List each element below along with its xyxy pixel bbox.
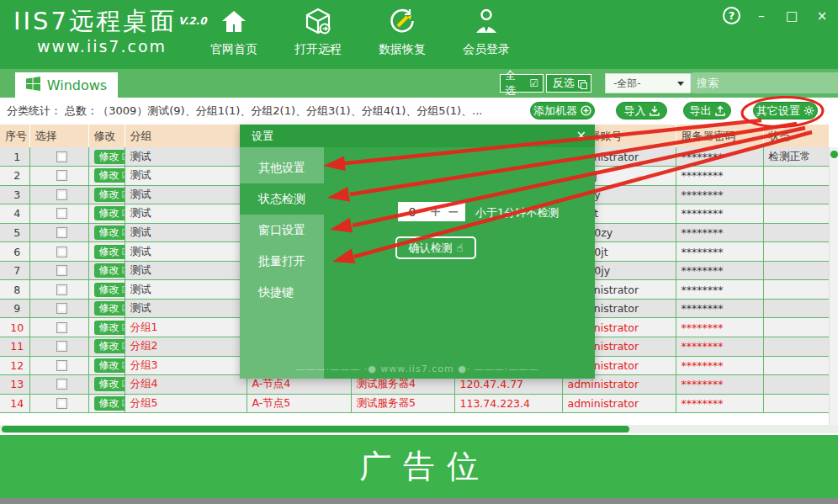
cell-row-number: 2 <box>0 167 29 186</box>
nav-label: 官网首页 <box>210 42 257 57</box>
vertical-scrollbar[interactable] <box>829 147 838 425</box>
tab-windows-label: Windows <box>47 77 107 93</box>
modify-button[interactable]: 修改☑ <box>94 168 125 183</box>
row-checkbox[interactable] <box>56 208 67 219</box>
cell-select <box>29 147 88 167</box>
modify-button[interactable]: 修改☑ <box>94 263 125 278</box>
cell-status <box>763 299 829 318</box>
tab-windows[interactable]: Windows <box>15 72 118 98</box>
nav-open-remote[interactable]: 打开远程 <box>276 5 360 57</box>
maximize-button[interactable]: □ <box>782 8 801 24</box>
help-button[interactable]: ? <box>723 7 740 24</box>
cell-modify: 修改☑ <box>88 185 125 204</box>
import-label: 导入 <box>624 103 646 119</box>
row-checkbox[interactable] <box>56 360 67 371</box>
cell-group: 测试 <box>125 261 247 280</box>
gear-icon <box>804 105 814 116</box>
modify-button[interactable]: 修改☑ <box>94 283 125 297</box>
cell-group: 分组2 <box>125 337 247 356</box>
modify-button[interactable]: 修改☑ <box>94 358 125 373</box>
modify-button[interactable]: 修改☑ <box>94 321 125 335</box>
modify-button[interactable]: 修改☑ <box>94 339 125 353</box>
row-checkbox[interactable] <box>56 303 67 314</box>
modify-button[interactable]: 修改☑ <box>94 396 125 411</box>
modify-label: 修改 <box>99 169 119 182</box>
row-checkbox[interactable] <box>56 151 67 162</box>
other-settings-label: 其它设置 <box>756 103 800 119</box>
export-label: 导出 <box>690 103 712 119</box>
cell-group: 测试 <box>125 242 247 262</box>
minimize-button[interactable]: – <box>752 8 771 24</box>
row-checkbox[interactable] <box>56 398 67 409</box>
modify-label: 修改 <box>99 378 119 390</box>
add-machine-button[interactable]: 添加机器 <box>530 102 595 119</box>
row-checkbox[interactable] <box>56 379 67 390</box>
settings-modal-titlebar: 设置 × <box>240 125 595 147</box>
cell-server-password: ******** <box>676 375 763 395</box>
other-settings-button[interactable]: 其它设置 <box>753 102 818 119</box>
row-checkbox[interactable] <box>56 284 67 295</box>
home-icon <box>219 5 249 39</box>
modify-button[interactable]: 修改☑ <box>94 225 125 240</box>
settings-menu-item-0[interactable]: 其他设置 <box>240 152 324 183</box>
import-button[interactable]: 导入 <box>616 102 667 119</box>
row-checkbox[interactable] <box>56 247 67 257</box>
row-checkbox[interactable] <box>56 322 67 333</box>
cell-row-number: 12 <box>0 356 29 375</box>
modal-watermark: ———·——— ·● www.iis7.com ●· ———·——— <box>240 363 595 374</box>
settings-modal: 设置 × 其他设置状态检测窗口设置批量打开快捷键 0 + − 小于1分钟不检测 … <box>240 125 595 379</box>
spinner-plus-button[interactable]: + <box>427 203 444 220</box>
app-window: IIS7远程桌面V.2.0 www.iis7.com 官网首页 打开远程 <box>0 0 838 504</box>
cell-server-password: ******** <box>676 299 763 318</box>
modal-close-icon[interactable]: × <box>575 128 586 143</box>
cell-row-number: 5 <box>0 223 29 242</box>
plus-circle-icon <box>581 105 591 116</box>
bottom-border <box>0 498 838 504</box>
settings-modal-title: 设置 <box>252 130 273 142</box>
horizontal-scrollbar[interactable] <box>0 425 838 433</box>
search-input[interactable] <box>685 77 838 89</box>
modify-button[interactable]: 修改☑ <box>94 377 125 391</box>
modify-button[interactable]: 修改☑ <box>94 245 125 259</box>
modify-button[interactable]: 修改☑ <box>94 301 125 316</box>
cell-server-password: ******** <box>676 261 763 280</box>
nav-member-login[interactable]: 会员登录 <box>444 5 528 57</box>
edit-check-icon: ☑ <box>122 226 125 239</box>
row-checkbox[interactable] <box>56 341 67 352</box>
horizontal-scrollbar-thumb[interactable] <box>2 426 629 432</box>
row-checkbox[interactable] <box>56 227 67 238</box>
nav-data-recovery[interactable]: 数据恢复 <box>360 5 444 57</box>
close-button[interactable]: × <box>813 8 831 24</box>
modify-button[interactable]: 修改☑ <box>94 150 125 164</box>
group-filter-select[interactable]: -全部- <box>605 73 691 93</box>
settings-menu: 其他设置状态检测窗口设置批量打开快捷键 <box>240 147 324 379</box>
select-all-button[interactable]: 全选☑ <box>500 74 544 93</box>
row-checkbox[interactable] <box>56 170 67 181</box>
export-button[interactable]: 导出 <box>683 102 731 119</box>
row-checkbox[interactable] <box>56 265 67 276</box>
confirm-detect-button[interactable]: 确认检测 ☝ <box>395 236 476 259</box>
cell-group: 分组1 <box>125 318 247 337</box>
spinner-minus-button[interactable]: − <box>444 203 462 220</box>
cell-group: 测试 <box>125 299 247 318</box>
ad-banner[interactable]: 广告位 <box>0 435 838 498</box>
interval-value: 0 <box>398 205 427 219</box>
vertical-scrollbar-thumb[interactable] <box>830 151 838 158</box>
toolbar: Windows 全选☑ 反选 -全部- <box>0 69 838 98</box>
cell-select <box>29 394 88 413</box>
row-checkbox[interactable] <box>56 189 67 200</box>
select-all-label: 全选 <box>505 68 526 98</box>
logo-url: www.iis7.com <box>37 37 207 56</box>
invert-select-button[interactable]: 反选 <box>546 74 591 93</box>
edit-check-icon: ☑ <box>122 359 125 372</box>
cell-modify: 修改☑ <box>88 280 125 300</box>
settings-menu-item-3[interactable]: 批量打开 <box>240 246 324 277</box>
settings-menu-item-2[interactable]: 窗口设置 <box>240 215 324 246</box>
modify-button[interactable]: 修改☑ <box>94 188 125 202</box>
settings-menu-item-1[interactable]: 状态检测 <box>240 183 324 215</box>
checkbox-check-icon: ☑ <box>529 77 538 89</box>
settings-menu-item-4[interactable]: 快捷键 <box>240 277 324 308</box>
nav-home[interactable]: 官网首页 <box>192 5 276 57</box>
modify-button[interactable]: 修改☑ <box>94 206 125 220</box>
cell-group: 测试 <box>125 185 247 204</box>
